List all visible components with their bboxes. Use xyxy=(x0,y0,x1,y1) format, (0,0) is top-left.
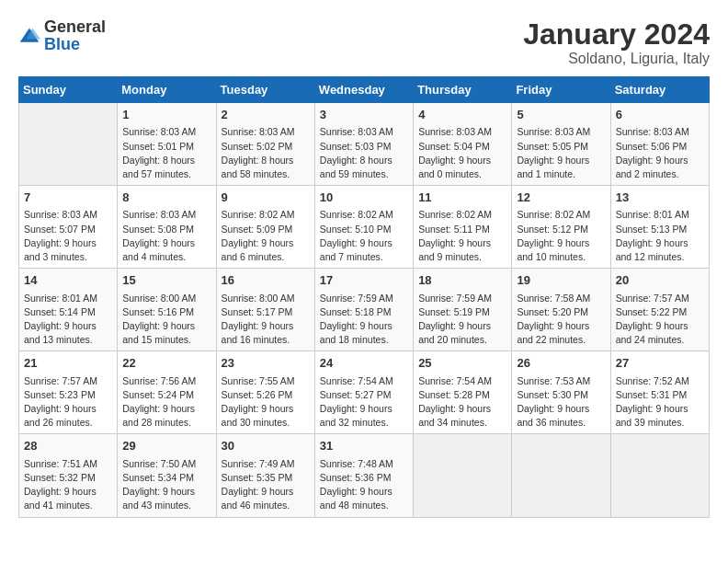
day-info: Sunrise: 7:48 AM Sunset: 5:36 PM Dayligh… xyxy=(320,457,408,513)
calendar-cell: 28Sunrise: 7:51 AM Sunset: 5:32 PM Dayli… xyxy=(19,434,118,517)
day-info: Sunrise: 8:03 AM Sunset: 5:03 PM Dayligh… xyxy=(320,125,408,181)
day-info: Sunrise: 7:54 AM Sunset: 5:28 PM Dayligh… xyxy=(418,374,506,431)
day-info: Sunrise: 8:03 AM Sunset: 5:02 PM Dayligh… xyxy=(222,125,310,181)
day-info: Sunrise: 8:03 AM Sunset: 5:05 PM Dayligh… xyxy=(517,125,605,181)
logo-icon xyxy=(18,25,40,47)
day-number: 1 xyxy=(122,107,210,123)
calendar-cell xyxy=(512,434,610,517)
day-number: 30 xyxy=(222,438,310,454)
day-number: 7 xyxy=(24,190,112,206)
day-info: Sunrise: 7:55 AM Sunset: 5:26 PM Dayligh… xyxy=(222,374,310,431)
calendar-week-4: 21Sunrise: 7:57 AM Sunset: 5:23 PM Dayli… xyxy=(19,351,710,434)
calendar-header-monday: Monday xyxy=(118,77,216,103)
day-number: 24 xyxy=(320,355,408,372)
day-number: 19 xyxy=(517,272,605,289)
calendar-subtitle: Soldano, Liguria, Italy xyxy=(523,51,710,67)
calendar-header-thursday: Thursday xyxy=(414,77,512,103)
day-info: Sunrise: 7:54 AM Sunset: 5:27 PM Dayligh… xyxy=(320,374,408,431)
calendar-cell: 29Sunrise: 7:50 AM Sunset: 5:34 PM Dayli… xyxy=(118,434,216,517)
calendar-header-row: SundayMondayTuesdayWednesdayThursdayFrid… xyxy=(19,77,710,103)
day-info: Sunrise: 7:52 AM Sunset: 5:31 PM Dayligh… xyxy=(616,374,704,431)
calendar-week-1: 1Sunrise: 8:03 AM Sunset: 5:01 PM Daylig… xyxy=(19,103,710,186)
day-number: 11 xyxy=(418,190,506,206)
day-number: 2 xyxy=(222,107,310,123)
logo: General Blue xyxy=(18,18,106,53)
day-info: Sunrise: 8:03 AM Sunset: 5:04 PM Dayligh… xyxy=(418,125,506,181)
day-info: Sunrise: 8:02 AM Sunset: 5:09 PM Dayligh… xyxy=(222,208,310,264)
day-info: Sunrise: 7:59 AM Sunset: 5:18 PM Dayligh… xyxy=(320,292,408,348)
calendar-cell xyxy=(19,103,118,186)
calendar-cell xyxy=(610,434,709,517)
day-info: Sunrise: 8:01 AM Sunset: 5:13 PM Dayligh… xyxy=(616,208,704,264)
calendar-week-3: 14Sunrise: 8:01 AM Sunset: 5:14 PM Dayli… xyxy=(19,269,710,351)
logo-text-general: General xyxy=(44,17,106,36)
calendar-week-5: 28Sunrise: 7:51 AM Sunset: 5:32 PM Dayli… xyxy=(19,434,710,517)
day-info: Sunrise: 7:53 AM Sunset: 5:30 PM Dayligh… xyxy=(517,374,605,431)
day-number: 29 xyxy=(122,438,210,454)
day-info: Sunrise: 8:02 AM Sunset: 5:11 PM Dayligh… xyxy=(418,208,506,264)
day-info: Sunrise: 8:03 AM Sunset: 5:07 PM Dayligh… xyxy=(24,208,112,264)
day-number: 9 xyxy=(222,190,310,206)
day-info: Sunrise: 7:59 AM Sunset: 5:19 PM Dayligh… xyxy=(418,292,506,348)
day-info: Sunrise: 7:51 AM Sunset: 5:32 PM Dayligh… xyxy=(24,457,112,513)
day-number: 6 xyxy=(616,107,704,123)
day-number: 25 xyxy=(418,355,506,372)
calendar-week-2: 7Sunrise: 8:03 AM Sunset: 5:07 PM Daylig… xyxy=(19,186,710,269)
page-header: General Blue January 2024 Soldano, Ligur… xyxy=(18,18,710,67)
calendar-cell: 30Sunrise: 7:49 AM Sunset: 5:35 PM Dayli… xyxy=(216,434,314,517)
day-number: 16 xyxy=(222,272,310,289)
calendar-cell: 22Sunrise: 7:56 AM Sunset: 5:24 PM Dayli… xyxy=(118,351,216,434)
calendar-header-sunday: Sunday xyxy=(19,77,118,103)
day-number: 13 xyxy=(616,190,704,206)
day-number: 17 xyxy=(320,272,408,289)
day-number: 8 xyxy=(122,190,210,206)
calendar-title: January 2024 xyxy=(523,18,710,51)
calendar-cell: 10Sunrise: 8:02 AM Sunset: 5:10 PM Dayli… xyxy=(314,186,413,269)
calendar-cell: 14Sunrise: 8:01 AM Sunset: 5:14 PM Dayli… xyxy=(19,269,118,351)
calendar-cell: 9Sunrise: 8:02 AM Sunset: 5:09 PM Daylig… xyxy=(216,186,314,269)
calendar-cell: 26Sunrise: 7:53 AM Sunset: 5:30 PM Dayli… xyxy=(512,351,610,434)
day-number: 18 xyxy=(418,272,506,289)
day-number: 10 xyxy=(320,190,408,206)
calendar-table: SundayMondayTuesdayWednesdayThursdayFrid… xyxy=(18,76,710,517)
day-info: Sunrise: 7:49 AM Sunset: 5:35 PM Dayligh… xyxy=(222,457,310,513)
day-number: 4 xyxy=(418,107,506,123)
calendar-cell: 31Sunrise: 7:48 AM Sunset: 5:36 PM Dayli… xyxy=(314,434,413,517)
day-info: Sunrise: 8:03 AM Sunset: 5:06 PM Dayligh… xyxy=(616,125,704,181)
day-info: Sunrise: 8:02 AM Sunset: 5:10 PM Dayligh… xyxy=(320,208,408,264)
calendar-header-friday: Friday xyxy=(512,77,610,103)
day-info: Sunrise: 8:03 AM Sunset: 5:08 PM Dayligh… xyxy=(122,208,210,264)
day-number: 14 xyxy=(24,272,112,289)
logo-text-blue: Blue xyxy=(44,35,80,53)
calendar-cell: 11Sunrise: 8:02 AM Sunset: 5:11 PM Dayli… xyxy=(414,186,512,269)
day-number: 5 xyxy=(517,107,605,123)
day-number: 28 xyxy=(24,438,112,454)
day-number: 21 xyxy=(24,355,112,372)
day-number: 31 xyxy=(320,438,408,454)
day-info: Sunrise: 8:00 AM Sunset: 5:17 PM Dayligh… xyxy=(222,292,310,348)
day-number: 22 xyxy=(122,355,210,372)
day-info: Sunrise: 8:03 AM Sunset: 5:01 PM Dayligh… xyxy=(122,125,210,181)
calendar-cell: 21Sunrise: 7:57 AM Sunset: 5:23 PM Dayli… xyxy=(19,351,118,434)
day-number: 15 xyxy=(122,272,210,289)
day-number: 12 xyxy=(517,190,605,206)
calendar-cell: 18Sunrise: 7:59 AM Sunset: 5:19 PM Dayli… xyxy=(414,269,512,351)
day-number: 23 xyxy=(222,355,310,372)
calendar-cell xyxy=(414,434,512,517)
calendar-header-wednesday: Wednesday xyxy=(314,77,413,103)
calendar-cell: 6Sunrise: 8:03 AM Sunset: 5:06 PM Daylig… xyxy=(610,103,709,186)
calendar-cell: 3Sunrise: 8:03 AM Sunset: 5:03 PM Daylig… xyxy=(314,103,413,186)
calendar-cell: 7Sunrise: 8:03 AM Sunset: 5:07 PM Daylig… xyxy=(19,186,118,269)
calendar-cell: 16Sunrise: 8:00 AM Sunset: 5:17 PM Dayli… xyxy=(216,269,314,351)
calendar-cell: 25Sunrise: 7:54 AM Sunset: 5:28 PM Dayli… xyxy=(414,351,512,434)
calendar-header-tuesday: Tuesday xyxy=(216,77,314,103)
calendar-cell: 12Sunrise: 8:02 AM Sunset: 5:12 PM Dayli… xyxy=(512,186,610,269)
calendar-cell: 13Sunrise: 8:01 AM Sunset: 5:13 PM Dayli… xyxy=(610,186,709,269)
day-info: Sunrise: 8:01 AM Sunset: 5:14 PM Dayligh… xyxy=(24,292,112,348)
calendar-header-saturday: Saturday xyxy=(610,77,709,103)
calendar-cell: 2Sunrise: 8:03 AM Sunset: 5:02 PM Daylig… xyxy=(216,103,314,186)
calendar-cell: 17Sunrise: 7:59 AM Sunset: 5:18 PM Dayli… xyxy=(314,269,413,351)
calendar-cell: 24Sunrise: 7:54 AM Sunset: 5:27 PM Dayli… xyxy=(314,351,413,434)
day-number: 3 xyxy=(320,107,408,123)
day-info: Sunrise: 7:50 AM Sunset: 5:34 PM Dayligh… xyxy=(122,457,210,513)
